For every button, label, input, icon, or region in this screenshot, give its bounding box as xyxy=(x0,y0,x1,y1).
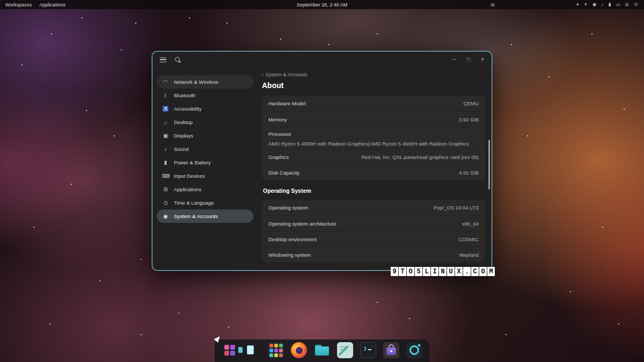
dock-item-settings[interactable] xyxy=(406,342,422,358)
dock-item-files[interactable] xyxy=(314,342,330,358)
sidebar-item-label: Sound xyxy=(174,146,188,152)
search-icon[interactable] xyxy=(175,57,181,63)
settings-window: ─ □ × ◠ Network & Wireless ᛒ Bluetooth ♿… xyxy=(152,51,492,271)
row-label: Operating system xyxy=(268,205,308,211)
dock-item-terminal[interactable] xyxy=(360,342,376,358)
dock-item-launcher[interactable] xyxy=(222,342,238,358)
sidebar-item-system-accounts[interactable]: ◉ System & Accounts xyxy=(157,209,253,223)
display-icon: ▣ xyxy=(162,133,169,139)
row-value: Pop!_OS 24.04 LTS xyxy=(434,205,479,211)
row-value: COSMIC xyxy=(458,236,479,242)
network-icon[interactable]: ◉ xyxy=(592,2,596,7)
row-label: Operating system architecture xyxy=(268,221,336,227)
text-editor-icon xyxy=(337,342,353,358)
row-memory: Memory 3.92 GiB xyxy=(262,111,485,127)
dock xyxy=(215,339,429,362)
row-value: Red Hat, Inc. QXL paravirtual graphics c… xyxy=(361,154,479,160)
row-desktop-environment: Desktop environment COSMIC xyxy=(262,231,485,247)
firefox-icon xyxy=(291,342,307,358)
dock-item-store[interactable] xyxy=(383,342,399,358)
hardware-info-card: Hardware Model QEMU Memory 3.92 GiB Proc… xyxy=(262,96,485,180)
row-value: 4.91 GiB xyxy=(459,170,479,176)
row-value: AMD Ryzen 5 4600H with Radeon Graphics(A… xyxy=(268,141,479,147)
sidebar-item-label: System & Accounts xyxy=(174,213,218,219)
minimize-button[interactable]: ─ xyxy=(452,57,456,62)
keyboard-icon: ⌨ xyxy=(162,173,169,179)
watermark-char: U xyxy=(447,267,455,276)
content-scrollbar[interactable] xyxy=(488,140,490,190)
row-os-architecture: Operating system architecture x86_64 xyxy=(262,215,485,231)
wifi-icon: ◠ xyxy=(162,79,169,85)
applications-button[interactable]: Applications xyxy=(39,2,65,8)
folder-icon xyxy=(314,342,330,358)
brightness-icon[interactable]: ☀ xyxy=(583,2,588,7)
keyboard-layout-icon[interactable]: ▭ xyxy=(616,2,620,7)
sidebar-item-desktop[interactable]: ⌂ Desktop xyxy=(157,115,253,129)
sidebar-item-label: Bluetooth xyxy=(174,92,195,98)
watermark-char: I xyxy=(431,267,438,276)
dock-item-window-tiling[interactable] xyxy=(245,342,261,358)
row-label: Desktop environment xyxy=(268,236,317,242)
window-titlebar[interactable]: ─ □ × xyxy=(152,52,492,68)
workspaces-button[interactable]: Workspaces xyxy=(5,2,32,8)
sidebar-item-accessibility[interactable]: ♿ Accessibility xyxy=(157,102,253,115)
dock-item-firefox[interactable] xyxy=(291,342,307,358)
sidebar-item-displays[interactable]: ▣ Displays xyxy=(157,129,253,142)
watermark-char: O xyxy=(407,267,414,276)
row-processor: Processor AMD Ryzen 5 4600H with Radeon … xyxy=(262,127,485,149)
page-title: About xyxy=(262,81,485,90)
watermark-char: T xyxy=(399,267,406,276)
watermark-char: O xyxy=(479,267,487,276)
menu-icon[interactable] xyxy=(160,57,166,62)
input-source-icon[interactable]: ▤ xyxy=(491,2,495,7)
row-value: QEMU xyxy=(464,100,479,106)
watermark-char: M xyxy=(487,267,495,276)
watermark-char: . xyxy=(463,267,471,276)
clock-icon: ◷ xyxy=(162,200,169,206)
os-info-card: Operating system Pop!_OS 24.04 LTS Opera… xyxy=(262,200,485,262)
row-label: Graphics xyxy=(268,154,289,160)
close-button[interactable]: × xyxy=(481,57,484,62)
row-label: Processor xyxy=(268,131,291,137)
accessibility-icon: ♿ xyxy=(162,106,169,112)
sidebar-item-input-devices[interactable]: ⌨ Input Devices xyxy=(157,169,253,183)
app-grid-icon xyxy=(268,342,284,358)
battery-icon[interactable]: ▮ xyxy=(609,2,611,7)
power-icon[interactable]: ⊙ xyxy=(634,2,638,7)
watermark: 9TO5LINUX.COM xyxy=(391,267,495,276)
dock-item-text-editor[interactable] xyxy=(337,342,353,358)
terminal-icon xyxy=(360,342,376,358)
dock-item-app-library[interactable] xyxy=(268,342,284,358)
sidebar-item-label: Desktop xyxy=(174,119,193,125)
watermark-char: N xyxy=(439,267,447,276)
sidebar-item-network-wireless[interactable]: ◠ Network & Wireless xyxy=(157,75,253,89)
sidebar-item-applications[interactable]: ⊞ Applications xyxy=(157,183,253,196)
sidebar-item-label: Applications xyxy=(174,186,201,192)
maximize-button[interactable]: □ xyxy=(467,57,470,62)
sidebar-item-time-language[interactable]: ◷ Time & Language xyxy=(157,196,253,209)
watermark-char: C xyxy=(471,267,479,276)
back-chevron-icon: ‹ xyxy=(262,72,264,77)
sidebar-item-label: Displays xyxy=(174,133,193,139)
watermark-char: X xyxy=(455,267,463,276)
top-panel: Workspaces Applications September 26, 2:… xyxy=(0,0,644,9)
desktop-icon: ⌂ xyxy=(162,119,169,125)
settings-sidebar: ◠ Network & Wireless ᛒ Bluetooth ♿ Acces… xyxy=(152,68,258,270)
notifications-icon[interactable]: ◎ xyxy=(625,2,628,7)
user-icon: ◉ xyxy=(162,213,169,219)
breadcrumb[interactable]: ‹ System & Accounts xyxy=(262,72,308,77)
sidebar-item-sound[interactable]: ♪ Sound xyxy=(157,142,253,156)
settings-gear-icon xyxy=(406,342,422,358)
chevron-down-icon[interactable]: ▾ xyxy=(576,2,579,7)
about-page: ‹ System & Accounts About Hardware Model… xyxy=(258,68,492,270)
clock-button[interactable]: September 26, 2:40 AM xyxy=(297,2,348,8)
grid-icon: ⊞ xyxy=(162,186,169,192)
sidebar-item-power-battery[interactable]: ▮ Power & Battery xyxy=(157,156,253,169)
row-value: Wayland xyxy=(459,252,479,258)
bluetooth-icon: ᛒ xyxy=(162,92,169,98)
panel-left: Workspaces Applications xyxy=(0,2,65,8)
sound-icon[interactable]: ♪ xyxy=(601,2,603,7)
sidebar-item-label: Accessibility xyxy=(174,106,202,112)
row-hardware-model: Hardware Model QEMU xyxy=(262,96,485,111)
sidebar-item-bluetooth[interactable]: ᛒ Bluetooth xyxy=(157,89,253,102)
